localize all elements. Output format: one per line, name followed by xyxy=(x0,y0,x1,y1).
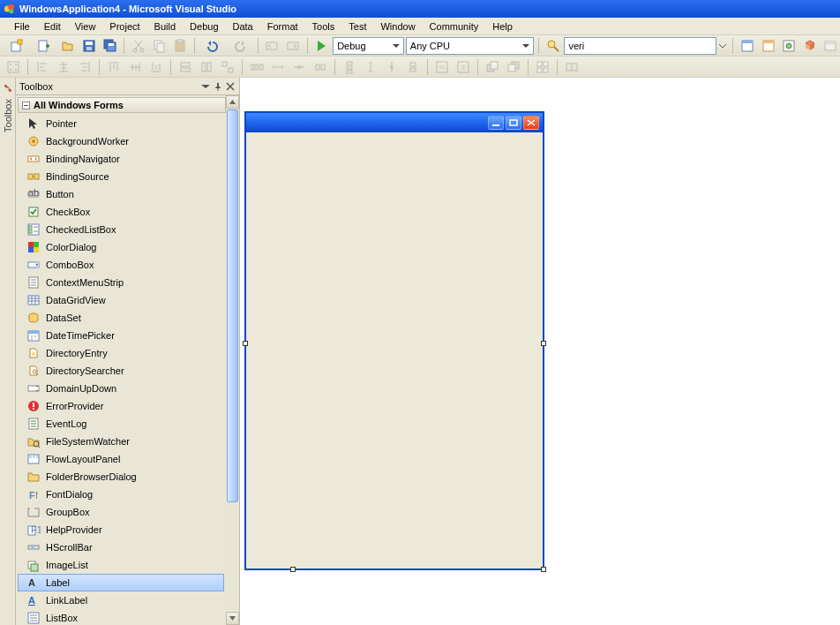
toolbox-item-colordialog[interactable]: ColorDialog xyxy=(18,238,224,256)
tab-order-button[interactable] xyxy=(533,58,552,76)
toolbox-item-helpprovider[interactable]: F1HelpProvider xyxy=(18,521,224,538)
menu-build[interactable]: Build xyxy=(147,19,183,34)
config-combo[interactable]: Debug xyxy=(333,37,404,55)
hspace-inc-button[interactable] xyxy=(268,58,288,76)
scroll-up-button[interactable] xyxy=(226,95,239,109)
toolbox-item-errorprovider[interactable]: ErrorProvider xyxy=(18,397,224,415)
center-vertical-button[interactable] xyxy=(454,58,473,76)
toolbox-item-directoryentry[interactable]: DirectoryEntry xyxy=(18,344,224,362)
redo-button[interactable] xyxy=(227,37,252,55)
align-right-button[interactable] xyxy=(75,58,94,76)
cut-button[interactable] xyxy=(129,37,148,55)
same-size-button[interactable] xyxy=(218,58,237,76)
send-back-button[interactable] xyxy=(504,58,523,76)
vspace-remove-button[interactable] xyxy=(403,58,423,76)
toolbox-item-bindingsource[interactable]: BindingSource xyxy=(18,168,224,185)
new-project-button[interactable] xyxy=(4,37,29,55)
hspace-equal-button[interactable] xyxy=(247,58,266,76)
toolbox-item-dataset[interactable]: DataSet xyxy=(18,309,224,327)
toolbox-item-bindingnavigator[interactable]: BindingNavigator xyxy=(18,150,224,168)
menu-tools[interactable]: Tools xyxy=(305,19,342,34)
vspace-dec-button[interactable] xyxy=(382,58,401,76)
resize-handle[interactable] xyxy=(290,567,296,572)
merge-cells-button[interactable] xyxy=(562,58,581,76)
save-button[interactable] xyxy=(79,37,99,55)
toolbox-item-fontdialog[interactable]: FfFontDialog xyxy=(18,486,224,503)
resize-handle[interactable] xyxy=(541,341,546,346)
close-icon[interactable] xyxy=(225,81,236,92)
toolbox-category-header[interactable]: All Windows Forms xyxy=(18,97,226,113)
nav-back-button[interactable] xyxy=(263,37,282,55)
start-page-button[interactable] xyxy=(821,37,840,55)
toolbox-item-checkbox[interactable]: CheckBox xyxy=(18,203,224,221)
toolbox-window-button[interactable] xyxy=(800,37,820,55)
menu-community[interactable]: Community xyxy=(423,19,486,34)
hspace-remove-button[interactable] xyxy=(311,58,330,76)
align-left-button[interactable] xyxy=(33,58,52,76)
add-item-button[interactable] xyxy=(31,37,56,55)
toolbox-side-tab[interactable]: Toolbox xyxy=(0,78,16,625)
solution-explorer-button[interactable] xyxy=(738,37,757,55)
menu-test[interactable]: Test xyxy=(341,19,373,34)
menu-help[interactable]: Help xyxy=(485,19,520,34)
toolbox-item-contextmenustrip[interactable]: ContextMenuStrip xyxy=(18,274,224,291)
menu-view[interactable]: View xyxy=(68,19,103,34)
toolbox-item-combobox[interactable]: ComboBox xyxy=(18,256,224,274)
start-debug-button[interactable] xyxy=(312,37,332,55)
toolbox-item-linklabel[interactable]: ALinkLabel xyxy=(18,591,224,609)
minimize-icon[interactable] xyxy=(488,116,504,130)
platform-combo[interactable]: Any CPU xyxy=(406,37,534,55)
same-width-button[interactable] xyxy=(176,58,195,76)
toolbox-item-filesystemwatcher[interactable]: FileSystemWatcher xyxy=(18,433,224,450)
toolbox-item-datetimepicker[interactable]: DateTimePicker xyxy=(18,327,224,344)
paste-button[interactable] xyxy=(170,37,190,55)
menu-data[interactable]: Data xyxy=(226,19,260,34)
resize-handle[interactable] xyxy=(541,567,546,572)
toolbox-item-backgroundworker[interactable]: BackgroundWorker xyxy=(18,132,224,150)
align-grid-button[interactable] xyxy=(4,58,23,76)
bring-front-button[interactable] xyxy=(483,58,502,76)
menu-format[interactable]: Format xyxy=(260,19,305,34)
align-center-button[interactable] xyxy=(54,58,73,76)
form1-window[interactable] xyxy=(244,111,544,570)
open-button[interactable] xyxy=(59,37,79,55)
toolbox-item-listbox[interactable]: ListBox xyxy=(18,609,224,625)
toolbox-item-eventlog[interactable]: EventLog xyxy=(18,415,224,433)
toolbox-item-folderbrowserdialog[interactable]: FolderBrowserDialog xyxy=(18,468,224,486)
hspace-dec-button[interactable] xyxy=(289,58,309,76)
toolbox-item-button[interactable]: abButton xyxy=(18,185,224,203)
toolbox-item-domainupdown[interactable]: DomainUpDown xyxy=(18,380,224,397)
quick-find-input[interactable] xyxy=(564,37,716,55)
toolbox-scrollbar[interactable] xyxy=(226,95,239,625)
toolbox-item-pointer[interactable]: Pointer xyxy=(18,115,224,132)
menu-debug[interactable]: Debug xyxy=(183,19,225,34)
vspace-equal-button[interactable] xyxy=(340,58,359,76)
form-close-icon[interactable] xyxy=(523,116,539,130)
vspace-inc-button[interactable] xyxy=(361,58,380,76)
form-designer[interactable] xyxy=(240,78,840,625)
center-horizontal-button[interactable] xyxy=(432,58,452,76)
panel-menu-icon[interactable] xyxy=(200,81,211,92)
same-height-button[interactable] xyxy=(197,58,216,76)
menu-project[interactable]: Project xyxy=(102,19,146,34)
toolbox-item-label[interactable]: ALabel xyxy=(18,574,224,591)
object-browser-button[interactable] xyxy=(779,37,799,55)
align-middle-button[interactable] xyxy=(125,58,145,76)
toolbox-item-hscrollbar[interactable]: HScrollBar xyxy=(18,538,224,556)
pin-icon[interactable] xyxy=(213,81,223,92)
save-all-button[interactable] xyxy=(101,37,120,55)
toolbox-item-checkedlistbox[interactable]: CheckedListBox xyxy=(18,221,224,238)
nav-fwd-button[interactable] xyxy=(283,37,303,55)
toolbox-item-flowlayoutpanel[interactable]: FlowLayoutPanel xyxy=(18,450,224,468)
toolbox-item-groupbox[interactable]: GroupBox xyxy=(18,503,224,521)
toolbox-item-imagelist[interactable]: ImageList xyxy=(18,556,224,574)
toolbox-item-datagridview[interactable]: DataGridView xyxy=(18,291,224,309)
maximize-icon[interactable] xyxy=(506,116,521,130)
toolbox-item-directorysearcher[interactable]: DirectorySearcher xyxy=(18,362,224,380)
properties-window-button[interactable] xyxy=(759,37,778,55)
align-bottom-button[interactable] xyxy=(146,58,166,76)
menu-file[interactable]: File xyxy=(7,19,37,34)
scroll-down-button[interactable] xyxy=(226,612,239,625)
copy-button[interactable] xyxy=(150,37,169,55)
menu-window[interactable]: Window xyxy=(373,19,422,34)
